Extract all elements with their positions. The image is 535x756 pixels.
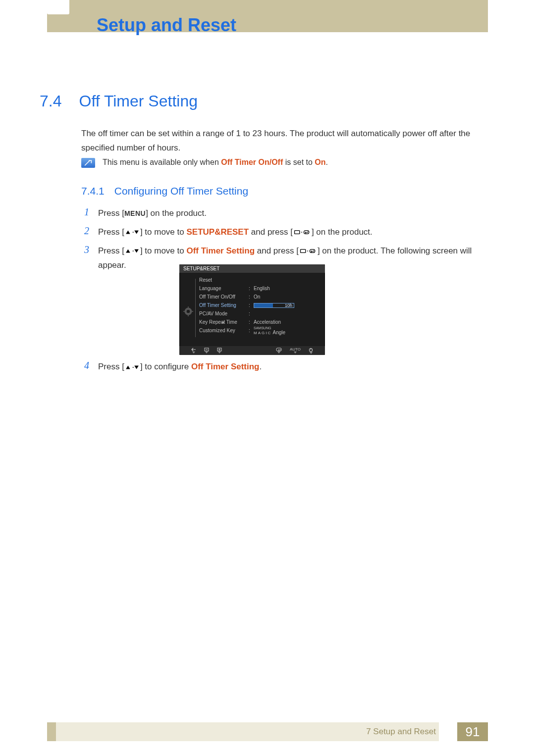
osd-navbar: AUTO — [179, 346, 325, 355]
step-number: 4 — [81, 360, 89, 371]
intro-paragraph: The off timer can be set within a range … — [81, 127, 478, 155]
step-number: 1 — [81, 206, 89, 218]
svg-point-5 — [187, 310, 190, 313]
osd-row-reset: Reset — [199, 276, 320, 284]
osd-body: Reset Language:English Off Timer On/Off:… — [179, 273, 325, 335]
step-2: 2 Press [] to move to SETUP&RESET and pr… — [81, 225, 478, 240]
osd-nav-left — [191, 348, 222, 353]
gear-icon — [183, 306, 193, 316]
subsection-heading: 7.4.1 Configuring Off Timer Setting — [81, 185, 248, 197]
note-bold-2: On — [315, 158, 325, 166]
nav-enter-icon — [276, 348, 282, 353]
select-enter-icon — [293, 229, 312, 235]
svg-rect-3 — [310, 250, 315, 253]
subsection-title: Configuring Off Timer Setting — [114, 185, 248, 197]
step-1: 1 Press [MENU] on the product. — [81, 206, 478, 221]
menu-glyph: MENU — [124, 209, 146, 217]
target-label: Off Timer Setting — [191, 362, 260, 371]
svg-rect-8 — [183, 311, 185, 312]
note-row: This menu is available only when Off Tim… — [81, 158, 328, 168]
osd-row-off-onoff: Off Timer On/Off:On — [199, 293, 320, 301]
section-title: Off Timer Setting — [79, 92, 198, 110]
footer-chapter-ref: 7 Setup and Reset — [366, 727, 436, 737]
osd-row-pcav: PC/AV Mode: — [199, 309, 320, 318]
up-down-icon — [124, 229, 140, 235]
chevron-down-icon — [221, 322, 224, 324]
up-down-icon — [124, 364, 140, 370]
osd-row-language: Language:English — [199, 284, 320, 293]
nav-minus-icon — [204, 348, 209, 353]
magic-label: MAGIC — [254, 331, 271, 335]
step-text: Press [] to configure Off Timer Setting. — [98, 360, 478, 374]
select-enter-icon — [299, 248, 318, 254]
osd-nav-right: AUTO — [276, 348, 313, 354]
nav-plus-icon — [217, 348, 222, 353]
note-prefix: This menu is available only when — [103, 158, 221, 166]
nav-prev-icon — [191, 348, 196, 353]
target-label: Off Timer Setting — [186, 246, 255, 255]
target-label: SETUP&RESET — [186, 227, 249, 237]
up-down-icon — [124, 248, 140, 254]
chapter-title: Setup and Reset — [97, 15, 236, 36]
nav-auto-label: AUTO — [290, 348, 301, 353]
osd-slider: 10h — [254, 303, 294, 308]
step-4: 4 Press [] to configure Off Timer Settin… — [81, 360, 478, 379]
note-suffix: . — [326, 158, 328, 166]
section-heading: 7.4 Off Timer Setting — [40, 92, 198, 110]
footer-accent — [47, 722, 56, 741]
svg-rect-6 — [188, 306, 189, 308]
osd-screenshot: SETUP&RESET Reset Language:English Off T… — [179, 264, 325, 355]
note-icon — [81, 158, 95, 168]
section-number: 7.4 — [40, 92, 61, 110]
osd-row-keyrepeat: Key Repeat Time:Acceleration — [199, 318, 320, 326]
svg-rect-9 — [192, 311, 193, 312]
note-mid: is set to — [283, 158, 315, 166]
step-text: Press [] to move to SETUP&RESET and pres… — [98, 225, 478, 240]
samsung-label: SAMSUNG — [254, 326, 285, 330]
step-number: 3 — [81, 244, 89, 255]
osd-row-off-setting: Off Timer Setting: 10h — [199, 301, 320, 309]
step-text: Press [MENU] on the product. — [98, 206, 478, 221]
svg-rect-0 — [294, 231, 299, 234]
step-number: 2 — [81, 225, 89, 237]
osd-tree-line — [195, 279, 198, 337]
osd-row-custkey: Customized Key: SAMSUNG MAGIC Angle — [199, 326, 320, 335]
svg-rect-2 — [300, 250, 305, 253]
header-tab — [47, 0, 69, 14]
osd-title: SETUP&RESET — [179, 264, 325, 273]
svg-rect-1 — [304, 231, 309, 234]
svg-rect-7 — [188, 315, 189, 316]
note-bold-1: Off Timer On/Off — [221, 158, 283, 166]
subsection-number: 7.4.1 — [81, 185, 105, 197]
footer-page-number: 91 — [457, 722, 488, 741]
note-text: This menu is available only when Off Tim… — [103, 158, 328, 167]
nav-power-icon — [309, 348, 313, 354]
